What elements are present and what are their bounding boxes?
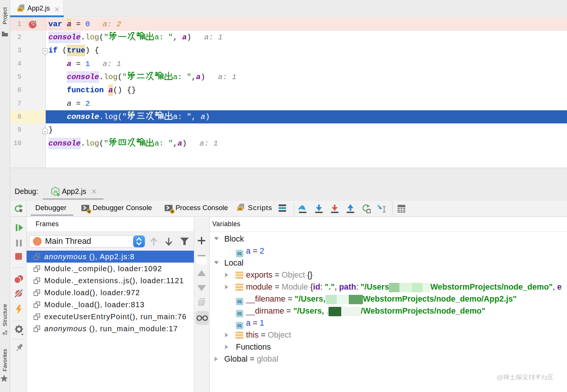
- svg-text:JS: JS: [238, 207, 242, 211]
- svg-text:JS: JS: [18, 8, 22, 12]
